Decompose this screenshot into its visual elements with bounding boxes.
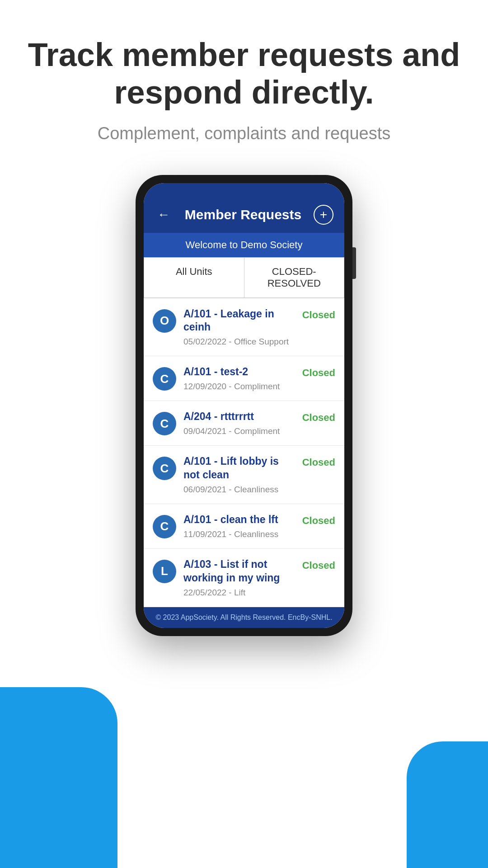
bg-shape-left [0, 687, 117, 868]
item-title: A/101 - Lift lobby is not clean [183, 455, 297, 482]
avatar: L [153, 560, 176, 583]
item-status: Closed [302, 515, 335, 527]
phone-mockup: ← Member Requests + Welcome to Demo Soci… [136, 175, 352, 636]
page-headline: Track member requests and respond direct… [27, 36, 461, 111]
list-item[interactable]: OA/101 - Leakage in ceinh05/02/2022 - Of… [144, 298, 344, 357]
item-content: A/103 - List if not working in my wing22… [183, 558, 297, 598]
item-content: A/101 - Lift lobby is not clean06/09/202… [183, 455, 297, 495]
list-item[interactable]: LA/103 - List if not working in my wing2… [144, 549, 344, 607]
item-meta: 06/09/2021 - Cleanliness [183, 485, 297, 495]
sub-header-text: Welcome to Demo Society [186, 239, 303, 250]
phone-screen: ← Member Requests + Welcome to Demo Soci… [144, 183, 344, 628]
item-content: A/101 - Leakage in ceinh05/02/2022 - Off… [183, 307, 297, 347]
item-title: A/101 - test-2 [183, 365, 297, 379]
filter-unit-button[interactable]: All Units [144, 257, 244, 298]
item-status: Closed [302, 309, 335, 321]
sub-header: Welcome to Demo Society [144, 233, 344, 257]
list-item[interactable]: CA/101 - Lift lobby is not clean06/09/20… [144, 446, 344, 504]
list-item[interactable]: CA/101 - clean the lft11/09/2021 - Clean… [144, 504, 344, 549]
app-header: ← Member Requests + [144, 197, 344, 233]
item-meta: 11/09/2021 - Cleanliness [183, 529, 297, 539]
item-meta: 22/05/2022 - Lift [183, 588, 297, 598]
status-bar [144, 183, 344, 197]
avatar: C [153, 367, 176, 391]
item-title: A/101 - clean the lft [183, 513, 297, 527]
item-meta: 09/04/2021 - Compliment [183, 426, 297, 436]
filter-status-button[interactable]: CLOSED-RESOLVED [244, 257, 345, 298]
item-content: A/101 - clean the lft11/09/2021 - Cleanl… [183, 513, 297, 539]
avatar: O [153, 309, 176, 333]
item-title: A/101 - Leakage in ceinh [183, 307, 297, 335]
add-button[interactable]: + [314, 205, 333, 225]
item-status: Closed [302, 412, 335, 424]
app-footer: © 2023 AppSociety. All Rights Reserved. … [144, 607, 344, 628]
requests-list: OA/101 - Leakage in ceinh05/02/2022 - Of… [144, 298, 344, 607]
back-button[interactable]: ← [155, 206, 173, 224]
avatar: C [153, 515, 176, 538]
page-subheadline: Complement, complaints and requests [98, 124, 390, 143]
side-button [352, 247, 356, 279]
item-meta: 05/02/2022 - Office Support [183, 337, 297, 347]
item-status: Closed [302, 367, 335, 379]
bg-shape-right [407, 741, 488, 868]
item-status: Closed [302, 560, 335, 571]
footer-text: © 2023 AppSociety. All Rights Reserved. … [155, 613, 332, 621]
filter-row: All Units CLOSED-RESOLVED [144, 257, 344, 298]
list-item[interactable]: CA/101 - test-212/09/2020 - ComplimentCl… [144, 356, 344, 401]
item-title: A/204 - rtttrrrtt [183, 410, 297, 424]
list-item[interactable]: CA/204 - rtttrrrtt09/04/2021 - Complimen… [144, 401, 344, 446]
item-content: A/204 - rtttrrrtt09/04/2021 - Compliment [183, 410, 297, 436]
avatar: C [153, 412, 176, 435]
item-status: Closed [302, 457, 335, 468]
avatar: C [153, 457, 176, 480]
phone-outer: ← Member Requests + Welcome to Demo Soci… [136, 175, 352, 636]
header-title: Member Requests [173, 207, 314, 222]
item-title: A/103 - List if not working in my wing [183, 558, 297, 585]
item-content: A/101 - test-212/09/2020 - Compliment [183, 365, 297, 392]
item-meta: 12/09/2020 - Compliment [183, 382, 297, 392]
